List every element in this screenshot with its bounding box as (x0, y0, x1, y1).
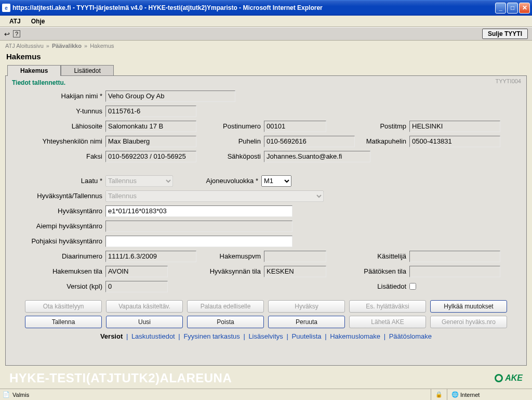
diaarinumero-field[interactable] (105, 251, 196, 262)
hakemuksen-tila-field[interactable] (105, 266, 168, 277)
ake-ring-icon (495, 374, 503, 382)
label-hyvaksyntanro: Hyväksyntänro (12, 207, 105, 215)
vapauta-button[interactable]: Vapauta käsiteltäv. (106, 300, 183, 313)
toolbar: ↩ ? Sulje TYYTI (0, 27, 532, 41)
form-panel: Tiedot tallennettu. TYYTI004 Hakijan nim… (5, 75, 527, 366)
uusi-button[interactable]: Uusi (106, 316, 183, 328)
label-paatoksen-tila: Päätöksen tila (326, 267, 409, 275)
versiot-field[interactable] (105, 281, 168, 292)
hyvaksynta-tallennus-select[interactable]: Tallennus (105, 190, 324, 202)
ota-kasittelyyn-button[interactable]: Ota käsittelyyn (25, 300, 102, 313)
lahiosoite-field[interactable] (105, 121, 196, 132)
status-bar: 📄 Valmis 🔒 🌐 Internet (0, 389, 532, 400)
tab-hakemus[interactable]: Hakemus (7, 65, 61, 76)
es-hylattavaksi-button[interactable]: Es. hylättäväksi (349, 300, 426, 313)
faksi-field[interactable] (105, 151, 196, 162)
breadcrumb-item[interactable]: ATJ Aloitussivu (5, 43, 44, 49)
label-diaarinumero: Diaarinumero (12, 252, 105, 260)
link-paatoslomake[interactable]: Päätöslomake (389, 332, 432, 340)
lock-icon: 🔒 (435, 391, 443, 398)
poista-button[interactable]: Poista (187, 316, 264, 328)
ytunnus-field[interactable] (105, 106, 196, 117)
label-lahiosoite: Lähiosoite (12, 122, 105, 130)
label-hakemuksen-tila: Hakemuksen tila (12, 267, 105, 275)
menu-ohje[interactable]: Ohje (26, 17, 50, 26)
help-icon[interactable]: ? (13, 30, 20, 37)
window-title: https://atjtesti.ake.fi - TYYTI-järjeste… (12, 4, 495, 11)
hyvaksyntanro-field[interactable] (105, 205, 292, 217)
label-hyvaksynta-tallennus: Hyväksyntä/Tallennus (12, 192, 105, 200)
label-kasittelija: Käsittelijä (326, 252, 409, 260)
close-tyyti-button[interactable]: Sulje TYYTI (482, 29, 528, 39)
link-versiot[interactable]: Versiot (100, 332, 123, 340)
label-ajoneuvoluokka: Ajoneuvoluokka * (173, 177, 261, 185)
tallenna-button[interactable]: Tallenna (25, 316, 102, 328)
window-titlebar: e https://atjtesti.ake.fi - TYYTI-järjes… (0, 0, 532, 16)
label-lisatiedot-cb: Lisätiedot (326, 282, 409, 290)
page-icon: 📄 (2, 391, 10, 399)
breadcrumb-item[interactable]: Päävalikko (52, 43, 82, 49)
label-pohjaksi: Pohjaksi hyväksyntänro (12, 237, 105, 245)
label-faksi: Faksi (12, 152, 105, 160)
hakemuspvm-field[interactable] (264, 251, 326, 262)
link-lisaselvitys[interactable]: Lisäselvitys (248, 332, 283, 340)
label-sahkoposti: Sähköposti (196, 152, 264, 160)
matkapuhelin-field[interactable] (409, 136, 500, 147)
label-hakemuspvm: Hakemuspvm (196, 252, 264, 260)
hakijan-nimi-field[interactable] (105, 91, 235, 102)
puhelin-field[interactable] (264, 136, 355, 147)
panel-id: TYYTI004 (495, 78, 521, 84)
hyvaksy-button[interactable]: Hyväksy (268, 300, 345, 313)
ajoneuvoluokka-select[interactable]: M1 (261, 175, 291, 187)
breadcrumb-item: Hakemus (90, 43, 114, 49)
label-versiot: Versiot (kpl) (12, 282, 105, 290)
laheta-ake-button[interactable]: Lähetä AKE (349, 316, 426, 328)
hylkaa-muutokset-button[interactable]: Hylkää muutokset (430, 300, 507, 313)
hyvaksynnan-tila-field[interactable] (264, 266, 326, 277)
paatoksen-tila-field[interactable] (409, 266, 500, 277)
palauta-button[interactable]: Palauta edelliselle (187, 300, 264, 313)
link-puutelista[interactable]: Puutelista (292, 332, 322, 340)
sahkoposti-field[interactable] (264, 151, 370, 162)
kasittelija-field[interactable] (409, 251, 500, 262)
ie-icon: e (2, 4, 10, 12)
page-title: Hakemus (0, 51, 532, 64)
label-hakijan-nimi: Hakijan nimi * (12, 92, 105, 100)
laatu-select[interactable]: Tallennus (105, 175, 173, 187)
lisatiedot-checkbox[interactable] (409, 283, 416, 290)
tab-lisatiedot[interactable]: Lisätiedot (61, 65, 113, 76)
link-bar: Versiot | Laskutustiedot | Fyysinen tark… (12, 332, 520, 340)
link-laskutustiedot[interactable]: Laskutustiedot (131, 332, 175, 340)
postinumero-field[interactable] (264, 121, 326, 132)
menu-atj[interactable]: ATJ (4, 17, 26, 26)
env-name: HYKE-TESTI(ATJTUTK2)ALAREUNA (9, 371, 232, 385)
status-text: Valmis (12, 392, 29, 398)
breadcrumb: ATJ Aloitussivu » Päävalikko » Hakemus (0, 41, 532, 51)
label-puhelin: Puhelin (196, 137, 264, 145)
link-fyysinen[interactable]: Fyysinen tarkastus (183, 332, 240, 340)
generoi-button[interactable]: Generoi hyväks.nro (430, 316, 507, 328)
pohjaksi-field[interactable] (105, 236, 292, 247)
menubar: ATJ Ohje (0, 16, 532, 27)
close-button[interactable]: ✕ (519, 3, 530, 14)
minimize-button[interactable]: _ (495, 3, 506, 14)
label-hyvaksynnan-tila: Hyväksynnän tila (168, 267, 264, 275)
label-matkapuhelin: Matkapuhelin (355, 137, 409, 145)
label-postitmp: Postitmp (326, 122, 409, 130)
footer-brand: HYKE-TESTI(ATJTUTK2)ALAREUNA AKE (0, 369, 532, 389)
aiempi-field[interactable] (105, 221, 292, 232)
yhteyshenkilo-field[interactable] (105, 136, 196, 147)
globe-icon: 🌐 (451, 391, 459, 398)
postitmp-field[interactable] (409, 121, 500, 132)
label-yhteyshenkilo: Yhteyshenkilön nimi (12, 137, 105, 145)
tab-row: Hakemus Lisätiedot (0, 64, 532, 75)
zone-text: Internet (460, 392, 480, 398)
label-ytunnus: Y-tunnus (12, 107, 105, 115)
label-aiempi: Aiempi hyväksyntänro (12, 222, 105, 230)
status-message: Tiedot tallennettu. (12, 79, 520, 86)
maximize-button[interactable]: □ (507, 3, 518, 14)
link-hakemuslomake[interactable]: Hakemuslomake (330, 332, 380, 340)
back-icon[interactable]: ↩ (4, 30, 10, 38)
peruuta-button[interactable]: Peruuta (268, 316, 345, 328)
label-postinumero: Postinumero (196, 122, 264, 130)
